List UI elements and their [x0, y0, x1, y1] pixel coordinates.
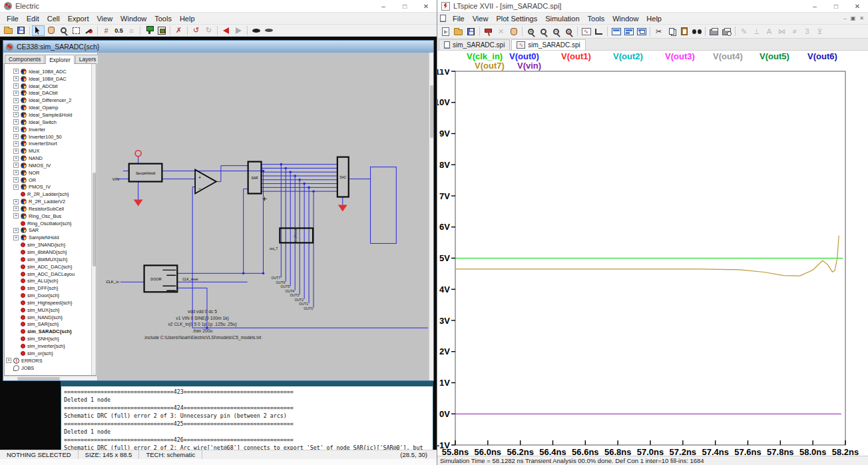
grid-icon[interactable]: # — [100, 25, 112, 36]
diode-icon[interactable]: ⋈ — [775, 26, 788, 37]
objects-select-icon[interactable]: ✗ — [172, 25, 185, 36]
tree-item[interactable]: sim_DFF{sch} — [5, 284, 91, 292]
menu-export[interactable]: Export — [64, 14, 93, 23]
menu-help[interactable]: Help — [642, 14, 666, 23]
mdi-minimize-button[interactable]: – — [843, 15, 846, 21]
tree-item[interactable]: +Ideal_ADCbit — [5, 83, 91, 90]
tree-item[interactable]: +Ideal_10Bit_DAC — [5, 75, 91, 83]
capacitor-icon[interactable]: ≠ — [788, 26, 801, 37]
close-button[interactable]: ✕ — [847, 0, 868, 12]
legend-item-vout0[interactable]: V(out0) — [509, 51, 539, 61]
messages-window-titlebar[interactable] — [61, 382, 433, 386]
schematic-canvas[interactable]: VIN SampleNHold + − SAR DAC DOOR CLK_res… — [98, 53, 429, 380]
expand-cells-icon[interactable] — [262, 25, 275, 36]
menu-view[interactable]: View — [469, 14, 493, 23]
tree-item[interactable]: +R_2R_LadderV2 — [5, 198, 91, 205]
legend-item-vout3[interactable]: V(out3) — [665, 51, 695, 61]
cascade-icon[interactable] — [635, 26, 648, 37]
cut-icon[interactable]: ✂ — [652, 26, 665, 37]
expander-icon[interactable]: + — [13, 69, 19, 74]
expander-icon[interactable]: + — [13, 199, 19, 205]
expander-icon[interactable]: + — [13, 156, 19, 161]
grid-spacing-value[interactable]: 0.5 — [112, 25, 125, 36]
menu-edit[interactable]: Edit — [23, 14, 43, 23]
tree-item[interactable]: +NMOS_IV — [5, 162, 91, 169]
waveform-plot[interactable]: 11V10V9V8V7V6V5V4V3V2V1V0V-1V55.8ns56.0n… — [437, 69, 868, 456]
select-area-icon[interactable] — [70, 25, 83, 36]
paste-icon[interactable] — [678, 26, 690, 37]
menu-tools[interactable]: Tools — [150, 14, 176, 23]
close-button[interactable]: ✕ — [415, 0, 437, 12]
back-arrow-icon[interactable] — [232, 25, 245, 36]
zoom-icon[interactable] — [57, 25, 70, 36]
messages-log[interactable]: =================================423====… — [61, 386, 433, 450]
tree-item[interactable]: +PMOS_IV — [5, 184, 91, 191]
menu-simulation[interactable]: Simulation — [541, 14, 583, 23]
tree-item[interactable]: JOBS — [5, 364, 91, 372]
pan-icon[interactable] — [507, 26, 520, 37]
tree-item[interactable]: +MUX — [5, 147, 91, 155]
print-icon[interactable] — [708, 26, 720, 37]
select-arrow-icon[interactable] — [32, 25, 45, 36]
halt-icon[interactable]: ✕ — [495, 26, 507, 37]
tree-item[interactable]: sim_8bitMUX{sch} — [5, 256, 91, 263]
tree-item-current[interactable]: sim_SARADC{sch} — [5, 328, 91, 335]
expander-icon[interactable]: + — [13, 112, 19, 117]
pin-icon[interactable] — [142, 25, 155, 36]
expander-icon[interactable]: + — [13, 127, 19, 132]
axes-icon[interactable] — [592, 26, 605, 37]
zoom-in-icon[interactable] — [525, 26, 537, 37]
tree-item[interactable]: +Ideal_Switch — [5, 119, 91, 126]
component-icon[interactable]: ⊻ — [813, 26, 826, 37]
legend-item-vout1[interactable]: V(out1) — [561, 51, 591, 61]
copy-icon[interactable] — [665, 26, 678, 37]
alignment-icon[interactable]: ≡ — [125, 25, 138, 36]
minimize-button[interactable]: – — [804, 0, 825, 12]
tree-horizontal-scrollbar[interactable] — [3, 376, 97, 380]
expander-icon[interactable]: + — [13, 76, 19, 81]
expander-icon[interactable]: + — [13, 141, 19, 147]
zoom-out-icon[interactable] — [550, 26, 562, 37]
tab-layers[interactable]: Layers — [75, 55, 101, 63]
tree-item[interactable]: sim_8bitAND{sch} — [5, 248, 91, 256]
tree-item[interactable]: +ResistorSubCell — [5, 205, 91, 213]
tree-item[interactable]: +Inverter — [5, 126, 91, 133]
cleanup-tools-icon[interactable]: ↺ — [190, 25, 202, 36]
tree-item[interactable]: sim_NAND{sch} — [5, 314, 91, 321]
save-library-icon[interactable] — [15, 25, 27, 36]
tree-item[interactable]: sim_inverter{sch} — [5, 342, 91, 350]
undo-icon[interactable]: ↻ — [202, 25, 215, 36]
expander-icon[interactable]: + — [13, 83, 19, 89]
tree-item[interactable]: sim_Highspeed{sch} — [5, 299, 91, 306]
expander-icon[interactable]: + — [13, 206, 19, 211]
expander-icon[interactable]: + — [13, 228, 19, 233]
tree-item[interactable]: +Ideal_Opamp — [5, 104, 91, 111]
menu-plot-settings[interactable]: Plot Settings — [492, 14, 541, 23]
tree-item[interactable]: +InverterShort — [5, 140, 91, 147]
minimize-button[interactable]: – — [373, 0, 394, 12]
menu-window[interactable]: Window — [608, 14, 642, 23]
tree-item[interactable]: sim_or{sch} — [5, 350, 91, 357]
tab-components[interactable]: Components — [5, 55, 45, 63]
legend-item-vout4[interactable]: V(out4) — [713, 51, 743, 61]
mdi-restore-button[interactable]: ▣ — [851, 15, 856, 21]
redo-icon[interactable] — [220, 25, 232, 36]
tree-item[interactable]: +NOR — [5, 169, 91, 177]
legend-item-vout6[interactable]: V(out6) — [807, 51, 837, 61]
tree-item[interactable]: +SampleNHold — [5, 234, 91, 241]
autorange-icon[interactable]: ∿ — [580, 26, 592, 37]
expander-icon[interactable]: + — [13, 170, 19, 175]
tab-explorer[interactable]: Explorer — [45, 55, 75, 64]
expander-icon[interactable]: + — [13, 105, 19, 111]
tree-item[interactable]: +Ideal_10Bit_ADC — [5, 68, 91, 75]
tree-item[interactable]: +NAND — [5, 155, 91, 162]
menu-view[interactable]: View — [93, 14, 116, 23]
forward-arrow-icon[interactable] — [250, 25, 262, 36]
expander-icon[interactable]: + — [13, 235, 19, 240]
open-icon[interactable] — [452, 26, 465, 37]
tree-item[interactable]: sim_ADC_DAC{sch} — [5, 263, 91, 270]
export-icon[interactable] — [155, 25, 168, 36]
expander-icon[interactable]: + — [13, 163, 19, 168]
print-preview-icon[interactable] — [720, 26, 733, 37]
expander-icon[interactable]: + — [13, 213, 19, 219]
